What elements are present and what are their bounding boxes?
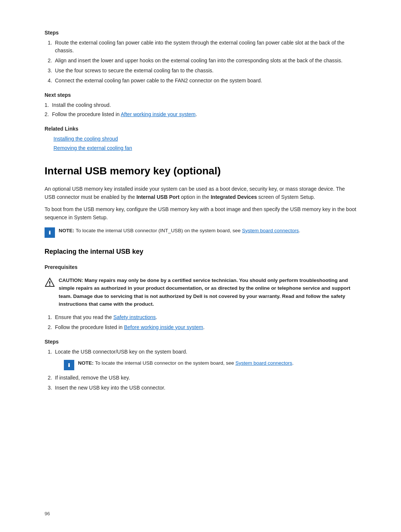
- caution-body: Many repairs may only be done by a certi…: [59, 278, 350, 307]
- steps-label: Steps: [45, 29, 356, 37]
- inner-note-icon: [64, 360, 74, 370]
- system-board-connectors-link-2[interactable]: System board connectors: [235, 360, 292, 366]
- list-item: Follow the procedure listed in After wor…: [45, 111, 356, 118]
- system-board-connectors-link-1[interactable]: System board connectors: [242, 228, 299, 233]
- list-item: Use the four screws to secure the extern…: [53, 67, 356, 75]
- list-item: Route the external cooling fan power cab…: [53, 39, 356, 55]
- para1b-text: option in the: [179, 194, 211, 200]
- inner-note1-label: NOTE:: [78, 360, 95, 366]
- note1-text: NOTE: To locate the internal USB connect…: [59, 227, 300, 234]
- bold-internal-usb-port: Internal USB Port: [136, 194, 179, 200]
- removing-external-cooling-fan-link[interactable]: Removing the external cooling fan: [53, 145, 132, 151]
- subsection-steps-label: Steps: [45, 338, 356, 346]
- note1-suffix: .: [299, 228, 300, 233]
- svg-rect-0: [49, 232, 50, 234]
- steps-list: Route the external cooling fan power cab…: [53, 39, 356, 85]
- next-steps-section: Next steps Install the cooling shroud. F…: [45, 91, 356, 118]
- list-item: Ensure that you read the Safety instruct…: [53, 313, 356, 321]
- svg-rect-4: [49, 285, 50, 286]
- svg-rect-5: [68, 364, 70, 367]
- subsection-title: Replacing the internal USB key: [45, 247, 356, 257]
- related-links-list: Installing the cooling shroud Removing t…: [53, 135, 356, 152]
- inner-note1-text: NOTE: To locate the internal USB connect…: [78, 359, 294, 367]
- related-links-label: Related Links: [45, 125, 356, 133]
- caution-text: CAUTION: Many repairs may only be done b…: [59, 276, 356, 308]
- note1-label: NOTE:: [59, 228, 76, 233]
- step2-text: Follow the procedure listed in: [52, 111, 120, 117]
- step1-text: Locate the USB connector/USB key on the …: [55, 349, 187, 355]
- related-links-section: Related Links Installing the cooling shr…: [45, 125, 356, 152]
- caution-label: CAUTION:: [59, 278, 85, 283]
- inner-note1-suffix: .: [292, 360, 294, 366]
- list-item: Locate the USB connector/USB key on the …: [53, 348, 356, 370]
- note-box-1: NOTE: To locate the internal USB connect…: [45, 227, 356, 238]
- list-item: Align and insert the lower and upper hoo…: [53, 57, 356, 65]
- section-title: Internal USB memory key (optional): [45, 163, 356, 179]
- prereq-list: Ensure that you read the Safety instruct…: [53, 313, 356, 331]
- safety-instructions-link[interactable]: Safety instructions: [113, 314, 156, 320]
- svg-rect-6: [68, 363, 70, 364]
- installing-cooling-shroud-link[interactable]: Installing the cooling shroud: [53, 136, 118, 142]
- list-item: If installed, remove the USB key.: [53, 374, 356, 382]
- list-item: Install the cooling shroud.: [45, 101, 356, 109]
- note-icon: [45, 227, 55, 238]
- list-item: Installing the cooling shroud: [53, 135, 356, 143]
- intro-para2: To boot from the USB memory key, configu…: [45, 205, 356, 222]
- step2-suffix: .: [196, 111, 197, 117]
- next-steps-label: Next steps: [45, 91, 356, 99]
- bold-integrated-devices: Integrated Devices: [211, 194, 257, 200]
- para1c-text: screen of System Setup.: [257, 194, 315, 200]
- prereq-step2-suffix: .: [203, 324, 205, 330]
- list-item: Follow the procedure listed in Before wo…: [53, 324, 356, 331]
- inner-note-box: NOTE: To locate the internal USB connect…: [64, 359, 356, 370]
- prereq-step2-text: Follow the procedure listed in: [55, 324, 124, 330]
- after-working-link[interactable]: After working inside your system: [121, 111, 196, 117]
- next-steps-list: Install the cooling shroud. Follow the p…: [45, 101, 356, 118]
- list-item: Insert the new USB key into the USB conn…: [53, 384, 356, 392]
- steps-section: Steps Route the external cooling fan pow…: [45, 29, 356, 85]
- prerequisites-label: Prerequisites: [45, 263, 356, 271]
- page: Steps Route the external cooling fan pow…: [0, 0, 401, 532]
- list-item: Removing the external cooling fan: [53, 144, 356, 152]
- subsection-steps-list: Locate the USB connector/USB key on the …: [53, 348, 356, 392]
- page-number: 96: [45, 510, 50, 518]
- inner-note1-body: To locate the internal USB connector on …: [95, 360, 235, 366]
- caution-box: CAUTION: Many repairs may only be done b…: [45, 276, 356, 308]
- prereq-step1-text: Ensure that you read the: [55, 314, 113, 320]
- svg-rect-1: [49, 231, 50, 232]
- list-item: Connect the external cooling fan power c…: [53, 77, 356, 85]
- caution-icon: [45, 277, 55, 288]
- before-working-link[interactable]: Before working inside your system: [124, 324, 203, 330]
- prereq-step1-suffix: .: [156, 314, 157, 320]
- svg-rect-3: [49, 281, 50, 284]
- intro-para1: An optional USB memory key installed ins…: [45, 185, 356, 201]
- note1-body: To locate the internal USB connector (IN…: [76, 228, 242, 233]
